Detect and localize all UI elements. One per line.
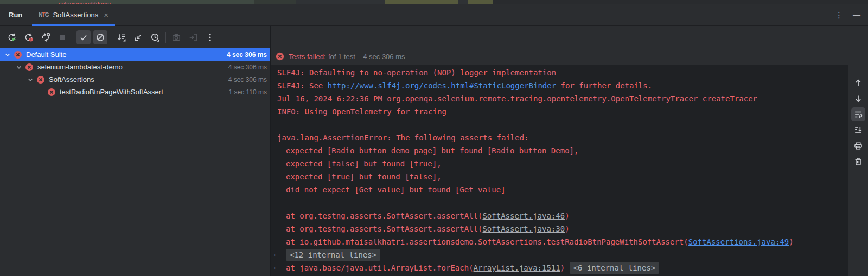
test-failed-icon [25,63,34,72]
tree-row-duration: 4 sec 306 ms [228,63,267,71]
soft-wrap-toggle[interactable] [851,107,865,121]
test-failed-icon [14,50,22,59]
console-line: expected [true] but found [false], [271,170,848,183]
console-line: expected [Radio button demo page] but fo… [271,144,848,157]
console-line [271,118,848,131]
tree-row-softassertions[interactable]: SoftAssertions 4 sec 306 ms [0,73,270,86]
test-tree-panel: Default Suite 4 sec 306 ms selenium-lamb… [0,26,271,276]
console-side-toolbar [848,26,868,276]
tree-row-default-suite[interactable]: Default Suite 4 sec 306 ms [0,48,270,61]
test-history-button[interactable] [148,30,162,44]
console-line: ›at java.base/java.util.ArrayList.forEac… [271,261,848,274]
import-test-results-button[interactable] [131,30,145,44]
editor-selection-highlight [468,0,493,4]
stack-frame-link[interactable]: SoftAssertions.java:49 [688,238,789,246]
console-line: Jul 16, 2024 6:22:36 PM org.openqa.selen… [271,92,848,105]
scroll-down-button[interactable] [851,92,865,106]
more-actions-button[interactable] [203,30,217,44]
stack-frame-link[interactable]: SoftAssert.java:46 [482,211,565,220]
screenshot-button [169,30,183,44]
console-line: SLF4J: See http://www.slf4j.org/codes.ht… [271,79,848,92]
stack-frame-link[interactable]: SoftAssert.java:30 [482,224,565,233]
open-results-in-editor-button [186,30,200,44]
tests-summary: of 1 test – 4 sec 306 ms [330,53,405,61]
console-line: did not expect [Get value] but found [Ge… [271,183,848,196]
console-line: INFO: Using OpenTelemetry for tracing [271,105,848,118]
test-results-tree: Default Suite 4 sec 306 ms selenium-lamb… [0,48,270,276]
scroll-to-end-toggle[interactable] [851,123,865,137]
console-line: ›<12 internal lines> [271,248,848,261]
tool-window-title: Run [9,11,22,19]
tab-label: SoftAssertions [53,11,98,19]
rerun-failed-tests-button[interactable] [22,30,36,44]
console-output[interactable]: SLF4J: Defaulting to no-operation (NOP) … [271,65,848,276]
run-toolbar [0,26,270,48]
toggle-auto-test-button[interactable] [39,30,53,44]
console-line: at org.testng.asserts.SoftAssert.assertA… [271,222,848,235]
fold-chevron-icon[interactable]: › [273,261,276,274]
scroll-up-button[interactable] [851,76,865,90]
console-panel: Tests failed: 1 of 1 test – 4 sec 306 ms… [271,26,848,276]
tab-softassertions[interactable]: NTG SoftAssertions × [32,4,115,25]
print-button[interactable] [851,139,865,153]
test-failed-icon [36,75,45,84]
close-icon[interactable]: × [104,11,108,19]
chevron-down-icon[interactable] [3,50,12,59]
toolbar-separator [165,32,166,43]
tree-row-test-method[interactable]: testRadioBtnPageWithSoftAssert 1 sec 110… [0,86,270,98]
editor-top-sliver: seleniumandddemo [0,0,868,4]
editor-selection-highlight [385,0,458,4]
show-passed-toggle[interactable] [76,30,91,44]
folded-lines-badge[interactable]: <6 internal lines> [570,262,660,274]
rerun-button[interactable] [5,30,19,44]
tree-row-label: Default Suite [26,50,66,59]
console-line [271,196,848,209]
test-result-status-bar: Tests failed: 1 of 1 test – 4 sec 306 ms [271,48,848,65]
tree-row-duration: 4 sec 306 ms [228,76,267,84]
tree-row-label: testRadioBtnPageWithSoftAssert [60,88,163,96]
stop-button [55,30,69,44]
testng-icon: NTG [39,12,48,18]
chevron-down-icon[interactable] [26,75,35,84]
stack-frame-link[interactable]: ArrayList.java:1511 [474,264,560,272]
toolbar-separator [73,32,73,43]
console-line: java.lang.AssertionError: The following … [271,131,848,144]
clear-console-button[interactable] [851,155,865,169]
console-line: at io.github.mfaisalkhatri.assertionsdem… [271,235,848,248]
more-options-icon[interactable]: ⋮ [835,10,843,20]
tests-failed-count: Tests failed: 1 [289,53,332,61]
hyperlink[interactable]: http://www.slf4j.org/codes.html#StaticLo… [328,81,556,90]
tab-active-underline [32,24,115,26]
tree-row-duration: 4 sec 306 ms [227,51,267,59]
tool-window-header: Run NTG SoftAssertions × ⋮ — [0,4,868,26]
test-failed-icon [47,88,56,97]
console-line: expected [false] but found [true], [271,157,848,170]
show-ignored-toggle[interactable] [93,30,107,44]
tree-row-label: selenium-lambdatest-demo [37,63,123,71]
tree-row-selenium-lambdatest-demo[interactable]: selenium-lambdatest-demo 4 sec 306 ms [0,61,270,73]
folded-lines-badge[interactable]: <12 internal lines> [286,249,380,261]
chevron-down-icon[interactable] [15,63,23,72]
tests-failed-icon [276,52,284,61]
minimize-icon[interactable]: — [853,11,860,20]
run-tool-window: seleniumandddemo Run NTG SoftAssertions … [0,0,868,276]
console-line: SLF4J: Defaulting to no-operation (NOP) … [271,66,848,79]
tree-row-label: SoftAssertions [49,75,94,84]
sort-by-duration-button[interactable] [114,30,129,44]
console-line: at org.testng.asserts.SoftAssert.assertA… [271,209,848,222]
fold-chevron-icon[interactable]: › [273,248,276,261]
tree-row-duration: 1 sec 110 ms [229,88,267,96]
